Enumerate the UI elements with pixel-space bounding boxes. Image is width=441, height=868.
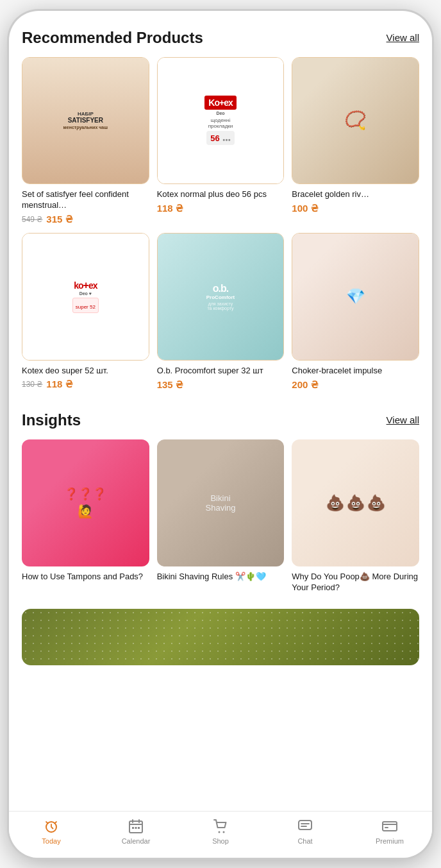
svg-rect-2 bbox=[132, 827, 134, 829]
alarm-icon bbox=[43, 818, 60, 835]
banner-dots bbox=[22, 609, 419, 665]
price-choker: 200 ₴ bbox=[292, 379, 318, 391]
product-card-satisfyer[interactable]: НАБІР SATISFYER менструальних чаш Set of… bbox=[22, 57, 149, 225]
price-new-satisfyer: 315 ₴ bbox=[46, 214, 72, 225]
nav-label-calendar: Calendar bbox=[122, 837, 151, 845]
price-new-kotex-super: 118 ₴ bbox=[46, 379, 72, 390]
recommended-section-header: Recommended Products View all bbox=[22, 29, 419, 47]
cart-icon bbox=[212, 818, 229, 835]
product-name-choker: Choker-bracelet impulse bbox=[292, 366, 419, 377]
product-card-kotex-super[interactable]: ko+ex Deo ♥ super 52 Kotex deo super 52 … bbox=[22, 233, 149, 391]
product-name-kotex-deo: Kotex normal plus deo 56 pcs bbox=[157, 189, 285, 200]
product-image-kotex-super: ko+ex Deo ♥ super 52 bbox=[22, 233, 149, 361]
product-card-bracelet-gold[interactable]: 📿 Bracelet golden riv… 100 ₴ bbox=[292, 57, 419, 225]
insight-title-bikini: Bikini Shaving Rules ✂️🌵🩵 bbox=[157, 572, 285, 583]
product-price-satisfyer: 549 ₴ 315 ₴ bbox=[22, 214, 149, 225]
promo-banner[interactable] bbox=[22, 609, 419, 665]
product-name-ob: O.b. Procomfort super 32 шт bbox=[157, 366, 285, 377]
nav-label-shop: Shop bbox=[212, 837, 229, 845]
insights-title: Insights bbox=[22, 411, 81, 429]
svg-point-6 bbox=[223, 831, 225, 833]
nav-label-premium: Premium bbox=[376, 837, 404, 845]
product-price-ob: 135 ₴ bbox=[157, 379, 285, 391]
product-card-kotex-deo[interactable]: Ko+ex Deo щоденніпрокладки 56 ●●● Kotex … bbox=[157, 57, 285, 225]
card-icon bbox=[381, 818, 398, 835]
insight-card-poop[interactable]: 💩💩💩 Why Do You Poop💩 More During Your Pe… bbox=[292, 439, 419, 593]
svg-point-5 bbox=[219, 831, 220, 833]
product-price-kotex-super: 130 ₴ 118 ₴ bbox=[22, 379, 149, 390]
insight-image-tampons: ❓❓❓ 🙋 bbox=[22, 439, 149, 567]
product-grid: НАБІР SATISFYER менструальних чаш Set of… bbox=[22, 57, 419, 391]
product-name-kotex-super: Kotex deo super 52 шт. bbox=[22, 366, 149, 377]
nav-item-today[interactable]: Today bbox=[32, 818, 71, 845]
price-bracelet-gold: 100 ₴ bbox=[292, 203, 318, 214]
nav-item-premium[interactable]: Premium bbox=[370, 818, 409, 845]
insight-image-poop: 💩💩💩 bbox=[292, 439, 419, 567]
recommended-view-all[interactable]: View all bbox=[387, 32, 419, 43]
nav-label-chat: Chat bbox=[297, 837, 312, 845]
insight-title-poop: Why Do You Poop💩 More During Your Period… bbox=[292, 572, 419, 593]
product-name-bracelet-gold: Bracelet golden riv… bbox=[292, 189, 419, 200]
product-image-bracelet-gold: 📿 bbox=[292, 57, 419, 185]
product-price-kotex-deo: 118 ₴ bbox=[157, 203, 285, 214]
product-card-ob[interactable]: o.b. ProComfort для захистута комфорту O… bbox=[157, 233, 285, 391]
product-price-bracelet-gold: 100 ₴ bbox=[292, 203, 419, 214]
product-image-kotex-deo: Ko+ex Deo щоденніпрокладки 56 ●●● bbox=[157, 57, 285, 185]
product-name-satisfyer: Set of satisfyer feel confident menstrua… bbox=[22, 189, 149, 211]
scroll-content: Recommended Products View all НАБІР SATI… bbox=[9, 11, 432, 811]
svg-rect-7 bbox=[299, 821, 312, 830]
product-price-choker: 200 ₴ bbox=[292, 379, 419, 391]
price-ob: 135 ₴ bbox=[157, 379, 183, 391]
calendar-icon bbox=[128, 818, 144, 835]
phone-frame: Recommended Products View all НАБІР SATI… bbox=[9, 11, 432, 858]
bottom-nav: Today Calendar Shop bbox=[9, 811, 432, 858]
svg-rect-8 bbox=[383, 822, 397, 831]
insight-card-bikini[interactable]: BikiniShaving Bikini Shaving Rules ✂️🌵🩵 bbox=[157, 439, 285, 593]
insight-title-tampons: How to Use Tampons and Pads? bbox=[22, 572, 149, 583]
insights-grid: ❓❓❓ 🙋 How to Use Tampons and Pads? Bikin… bbox=[22, 439, 419, 593]
product-card-choker[interactable]: 💎 Choker-bracelet impulse 200 ₴ bbox=[292, 233, 419, 391]
product-image-choker: 💎 bbox=[292, 233, 419, 361]
price-kotex-deo: 118 ₴ bbox=[157, 203, 183, 214]
insight-image-bikini: BikiniShaving bbox=[157, 439, 285, 567]
chat-icon bbox=[297, 818, 313, 835]
price-old-kotex-super: 130 ₴ bbox=[22, 380, 42, 389]
recommended-title: Recommended Products bbox=[22, 29, 203, 47]
nav-item-shop[interactable]: Shop bbox=[201, 818, 240, 845]
nav-item-calendar[interactable]: Calendar bbox=[117, 818, 155, 845]
svg-rect-9 bbox=[385, 827, 388, 828]
insight-card-tampons[interactable]: ❓❓❓ 🙋 How to Use Tampons and Pads? bbox=[22, 439, 149, 593]
svg-rect-3 bbox=[135, 827, 137, 829]
insights-section-header: Insights View all bbox=[22, 411, 419, 429]
product-image-ob: o.b. ProComfort для захистута комфорту bbox=[157, 233, 285, 361]
insights-view-all[interactable]: View all bbox=[387, 414, 419, 425]
nav-label-today: Today bbox=[42, 837, 60, 845]
price-old-satisfyer: 549 ₴ bbox=[22, 215, 42, 224]
svg-rect-4 bbox=[138, 827, 140, 829]
nav-item-chat[interactable]: Chat bbox=[286, 818, 324, 845]
product-image-satisfyer: НАБІР SATISFYER менструальних чаш bbox=[22, 57, 149, 185]
